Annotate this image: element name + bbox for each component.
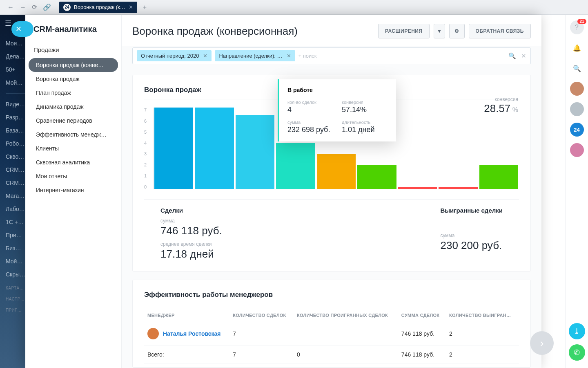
table-row-total: Всего: 7 0 746 118 руб. 2 bbox=[144, 346, 519, 364]
managers-table: МЕНЕДЖЕР КОЛИЧЕСТВО СДЕЛОК КОЛИЧЕСТВО ПР… bbox=[144, 309, 519, 364]
col-won[interactable]: КОЛИЧЕСТВО ВЫИГРАН… bbox=[446, 309, 519, 322]
nav-forward-icon[interactable]: → bbox=[20, 4, 26, 11]
tab-add-icon[interactable]: + bbox=[143, 4, 147, 11]
page-title: Воронка продаж (конверсионная) bbox=[132, 25, 378, 38]
tab-close-icon[interactable]: ✕ bbox=[129, 4, 133, 10]
col-lost[interactable]: КОЛИЧЕСТВО ПРОИГРАННЫХ СДЕЛОК bbox=[294, 309, 398, 322]
managers-card: Эффективность работы менеджеров МЕНЕДЖЕР… bbox=[132, 280, 531, 368]
analytics-sidebar: CRM-аналитика Продажи Воронка продаж (ко… bbox=[25, 15, 122, 368]
page-header: Воронка продаж (конверсионная) РАСШИРЕНИ… bbox=[122, 15, 541, 46]
nav-reload-icon[interactable]: ⟳ bbox=[32, 3, 37, 11]
sidebar-item-compare[interactable]: Сравнение периодов bbox=[25, 114, 121, 128]
browser-tab-bar: ← → ⟳ 🔗 24 Воронка продаж (к… ✕ + bbox=[0, 0, 588, 15]
gear-icon: ⚙ bbox=[454, 28, 459, 34]
y-axis: 0 1 2 3 4 5 6 7 bbox=[144, 108, 153, 189]
bar-stage-1[interactable] bbox=[195, 108, 234, 189]
filter-chip-direction[interactable]: Направление (сделки): … ✕ bbox=[215, 50, 295, 61]
sidebar-item-dynamics[interactable]: Динамика продаж bbox=[25, 100, 121, 114]
conversion-summary: конверсия 28.57 % bbox=[484, 96, 518, 115]
burger-icon[interactable]: ☰ bbox=[5, 19, 11, 28]
nav-link-icon[interactable]: 🔗 bbox=[43, 3, 51, 11]
tab-badge: 24 bbox=[63, 4, 71, 11]
rail-avatar[interactable] bbox=[570, 82, 584, 96]
rail-fab-call[interactable]: ✆ bbox=[569, 344, 585, 361]
col-manager[interactable]: МЕНЕДЖЕР bbox=[144, 309, 229, 322]
sidebar-item-plan[interactable]: План продаж bbox=[25, 86, 121, 100]
analytics-panel: ✕ CRM-аналитика Продажи Воронка продаж (… bbox=[25, 15, 541, 368]
extensions-dropdown[interactable]: ▾ bbox=[434, 24, 445, 38]
bar-stage-8[interactable] bbox=[479, 165, 518, 189]
settings-button[interactable]: ⚙ bbox=[449, 24, 465, 38]
feedback-button[interactable]: ОБРАТНАЯ СВЯЗЬ bbox=[469, 24, 531, 38]
bar-stage-4[interactable] bbox=[317, 154, 356, 189]
rail-24-icon[interactable]: 24 bbox=[570, 123, 584, 137]
avatar bbox=[147, 328, 159, 339]
sidebar-title: CRM-аналитика bbox=[25, 25, 121, 41]
help-icon[interactable]: ? 21 bbox=[570, 20, 584, 34]
search-rail-icon[interactable]: 🔍 bbox=[570, 61, 584, 75]
sidebar-item-myreports[interactable]: Мои отчеты bbox=[25, 169, 121, 183]
tooltip-title: В работе bbox=[287, 87, 388, 93]
help-badge: 21 bbox=[577, 19, 586, 24]
sidebar-item-shop[interactable]: Интернет-магазин bbox=[25, 183, 121, 197]
bell-icon[interactable]: 🔔 bbox=[570, 41, 584, 55]
chevron-down-icon: ▾ bbox=[438, 28, 441, 34]
close-panel-button[interactable]: ✕ bbox=[11, 21, 33, 37]
chip-remove-icon[interactable]: ✕ bbox=[203, 53, 207, 59]
table-row[interactable]: Наталья Ростовская 7 746 118 руб. 2 bbox=[144, 322, 519, 346]
tab-nav: ← → ⟳ 🔗 bbox=[7, 3, 51, 11]
sidebar-item-funnel[interactable]: Воронка продаж bbox=[25, 72, 121, 86]
sidebar-item-funnel-conv[interactable]: Воронка продаж (конве… bbox=[29, 58, 118, 72]
summary-deals: Сделки сумма 746 118 руб. среднее время … bbox=[144, 203, 238, 260]
filter-chip-period[interactable]: Отчетный период: 2020 ✕ bbox=[137, 50, 212, 61]
next-arrow-button[interactable]: › bbox=[530, 331, 554, 355]
manager-link[interactable]: Наталья Ростовская bbox=[163, 330, 220, 337]
rail-avatar[interactable] bbox=[570, 143, 584, 157]
rail-avatar[interactable] bbox=[570, 102, 584, 116]
sidebar-item-through[interactable]: Сквозная аналитика bbox=[25, 155, 121, 169]
managers-title: Эффективность работы менеджеров bbox=[144, 291, 519, 299]
bar-stage-6[interactable] bbox=[398, 187, 437, 189]
rail-fab-export[interactable]: ⤓ bbox=[569, 323, 585, 339]
analytics-main: Воронка продаж (конверсионная) РАСШИРЕНИ… bbox=[122, 15, 541, 368]
search-placeholder[interactable]: + поиск bbox=[298, 53, 505, 59]
extensions-button[interactable]: РАСШИРЕНИЯ bbox=[378, 24, 430, 38]
bar-stage-0[interactable] bbox=[154, 108, 193, 189]
bar-stage-5[interactable] bbox=[357, 165, 396, 189]
clear-icon[interactable]: ✕ bbox=[521, 52, 526, 60]
bar-stage-3[interactable] bbox=[276, 143, 315, 189]
bar-stage-2[interactable] bbox=[236, 115, 274, 189]
col-sum[interactable]: СУММА СДЕЛОК bbox=[398, 309, 446, 322]
nav-back-icon[interactable]: ← bbox=[7, 4, 14, 11]
summary-won: Выигранные сделки сумма 230 200 руб. bbox=[424, 203, 519, 260]
bar-tooltip: В работе кол-во сделок4 конверсия57.14% … bbox=[278, 79, 396, 141]
sidebar-group[interactable]: Продажи bbox=[25, 41, 121, 58]
summary-row: Сделки сумма 746 118 руб. среднее время … bbox=[144, 199, 519, 260]
filter-bar[interactable]: Отчетный период: 2020 ✕ Направление (сде… bbox=[132, 47, 531, 64]
chip-remove-icon[interactable]: ✕ bbox=[287, 53, 291, 59]
tab-title: Воронка продаж (к… bbox=[74, 4, 125, 10]
right-rail: ? 21 🔔 🔍 24 ⤓ ✆ bbox=[565, 15, 588, 368]
bar-stage-7[interactable] bbox=[439, 187, 477, 189]
browser-tab[interactable]: 24 Воронка продаж (к… ✕ bbox=[59, 2, 137, 13]
col-deals[interactable]: КОЛИЧЕСТВО СДЕЛОК bbox=[229, 309, 294, 322]
search-icon[interactable]: 🔍 bbox=[508, 52, 516, 60]
sidebar-item-clients[interactable]: Клиенты bbox=[25, 141, 121, 155]
sidebar-item-eff[interactable]: Эффективность менедж… bbox=[25, 128, 121, 141]
